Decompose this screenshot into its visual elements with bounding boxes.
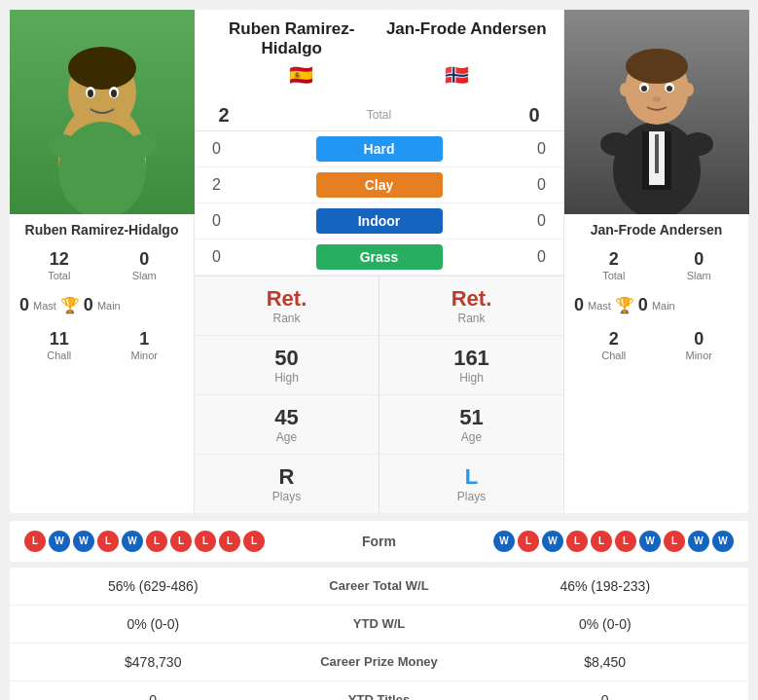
right-form-badge-L: L [591, 531, 612, 552]
surface-section: 0 Hard 0 2 Clay 0 0 Indoor 0 [195, 131, 563, 276]
right-plays-value: L [384, 464, 559, 490]
left-total-score: 2 [214, 104, 234, 127]
right-stats-grid: 2 Total 0 Slam [572, 245, 740, 285]
right-slam-cell: 0 Slam [658, 245, 741, 285]
right-player-panel: Jan-Frode Andersen 2 Total 0 Slam 0 Mast [563, 10, 748, 513]
clay-badge: Clay [316, 172, 443, 198]
svg-point-6 [111, 90, 117, 97]
hard-right-score: 0 [534, 140, 549, 158]
left-form-badge-L: L [170, 531, 192, 552]
left-form-badges: LWWLWLLLLL [24, 531, 321, 552]
stats-right-0: 46% (198-233) [477, 578, 735, 594]
left-slam-cell: 0 Slam [103, 245, 187, 285]
left-stat-panel: Ret. Rank 50 High 45 Age R Plays [195, 276, 379, 513]
stats-center-1: YTD W/L [282, 616, 477, 631]
stats-right-3: 0 [477, 692, 735, 700]
left-player-info: Ruben Ramirez-Hidalgo 12 Total 0 Slam 0 [10, 214, 194, 379]
stats-row-0: 56% (629-486) Career Total W/L 46% (198-… [10, 568, 748, 606]
right-plays-label: Plays [384, 490, 559, 503]
stats-table: 56% (629-486) Career Total W/L 46% (198-… [10, 568, 748, 700]
left-form-badge-L: L [97, 531, 119, 552]
clay-right-score: 0 [534, 176, 549, 194]
hard-left-score: 0 [209, 140, 224, 158]
right-high-value: 161 [384, 346, 559, 371]
form-label: Form [321, 534, 438, 549]
right-rank-box: Ret. Rank [379, 276, 563, 336]
right-form-badge-L: L [664, 531, 685, 552]
grass-right-score: 0 [534, 248, 549, 266]
right-form-badges: WLWLLLWLWW [438, 531, 735, 552]
left-high-box: 50 High [195, 336, 379, 395]
left-rank-value: Ret. [199, 286, 374, 312]
center-left-name: Ruben Ramirez-Hidalgo [204, 19, 379, 59]
svg-point-20 [641, 86, 647, 92]
left-age-box: 45 Age [195, 395, 379, 455]
svg-point-16 [620, 83, 630, 96]
right-player-name: Jan-Frode Andersen [572, 222, 740, 238]
svg-point-21 [667, 86, 672, 92]
left-high-value: 50 [199, 346, 374, 371]
left-form-badge-L: L [219, 531, 240, 552]
right-mast-main-grid: 0 Mast 🏆 0 Main [572, 291, 740, 319]
right-chall-cell: 2 Chall [572, 325, 656, 365]
clay-surface-row: 2 Clay 0 [195, 167, 563, 203]
stats-left-3: 0 [24, 692, 282, 700]
left-flag: 🇪🇸 [224, 61, 379, 94]
right-age-box: 51 Age [379, 395, 563, 455]
right-high-box: 161 High [379, 336, 563, 395]
left-form-badge-W: W [73, 531, 94, 552]
stats-center-3: YTD Titles [282, 692, 477, 700]
stats-left-1: 0% (0-0) [24, 616, 282, 632]
right-form-badge-L: L [615, 531, 636, 552]
indoor-right-score: 0 [534, 212, 549, 230]
svg-point-5 [88, 90, 93, 97]
right-minor-cell: 0 Minor [658, 325, 741, 365]
hard-surface-row: 0 Hard 0 [195, 131, 563, 167]
stats-row-1: 0% (0-0) YTD W/L 0% (0-0) [10, 606, 748, 644]
svg-point-15 [626, 49, 688, 84]
left-form-badge-W: W [49, 531, 70, 552]
panel-stats: Ret. Rank 50 High 45 Age R Plays [195, 276, 563, 513]
total-label: Total [234, 108, 524, 122]
stats-center-0: Career Total W/L [282, 578, 477, 593]
left-stats-grid: 12 Total 0 Slam [18, 245, 186, 285]
right-player-info: Jan-Frode Andersen 2 Total 0 Slam 0 Mast [564, 214, 748, 379]
left-plays-label: Plays [199, 490, 374, 503]
svg-point-2 [68, 47, 136, 90]
left-age-label: Age [199, 430, 374, 444]
stats-row-2: $478,730 Career Prize Money $8,450 [10, 644, 748, 682]
stats-right-1: 0% (0-0) [477, 616, 735, 632]
stats-center-2: Career Prize Money [282, 654, 477, 669]
left-high-label: High [199, 371, 374, 385]
center-names-row: Ruben Ramirez-Hidalgo Jan-Frode Andersen [195, 10, 563, 59]
right-form-badge-W: W [542, 531, 563, 552]
center-right-name: Jan-Frode Andersen [379, 19, 555, 39]
right-rank-label: Rank [384, 312, 559, 325]
left-rank-box: Ret. Rank [195, 276, 379, 336]
right-mast-cell: 0 Mast 🏆 0 Main [572, 291, 677, 319]
grass-surface-row: 0 Grass 0 [195, 239, 563, 276]
stats-right-2: $8,450 [477, 654, 735, 670]
right-flag: 🇳🇴 [379, 61, 535, 94]
svg-point-23 [600, 132, 632, 156]
trophy-icon-right: 🏆 [615, 296, 634, 314]
left-form-badge-L: L [195, 531, 216, 552]
stats-left-0: 56% (629-486) [24, 578, 282, 594]
left-mast-cell: 0 Mast 🏆 0 Main [18, 291, 123, 319]
right-stat-panel: Ret. Rank 161 High 51 Age L Plays [379, 276, 563, 513]
right-high-label: High [384, 371, 559, 385]
left-total-cell: 12 Total [18, 245, 101, 285]
left-chall-cell: 11 Chall [18, 325, 101, 365]
grass-badge: Grass [316, 244, 443, 270]
svg-point-9 [126, 134, 156, 158]
left-mast-main-grid: 0 Mast 🏆 0 Main [18, 291, 186, 319]
left-form-badge-L: L [146, 531, 167, 552]
left-form-badge-L: L [24, 531, 46, 552]
right-form-badge-W: W [688, 531, 709, 552]
right-age-label: Age [384, 430, 559, 444]
stats-left-2: $478,730 [24, 654, 282, 670]
svg-point-24 [682, 132, 713, 156]
right-age-value: 51 [384, 405, 559, 430]
indoor-left-score: 0 [209, 212, 224, 230]
comparison-section: Ruben Ramirez-Hidalgo 12 Total 0 Slam 0 [10, 10, 748, 513]
